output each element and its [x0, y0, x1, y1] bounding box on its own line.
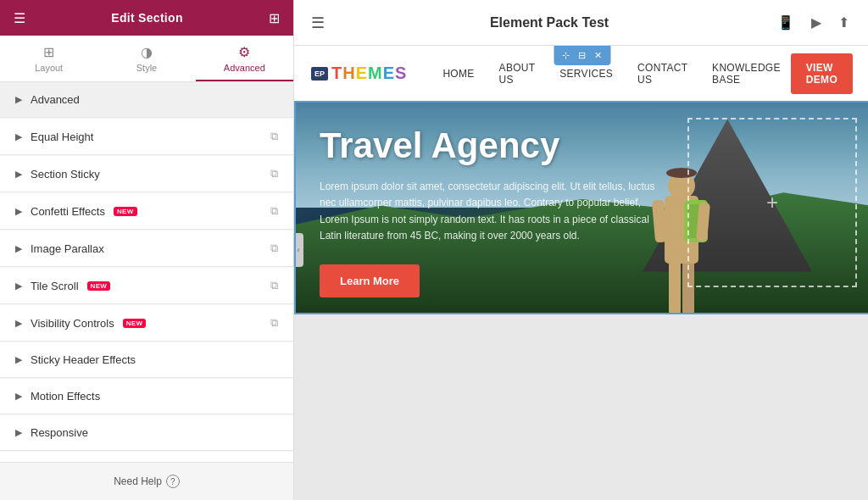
panel-footer: Need Help ?	[0, 462, 293, 500]
chevron-icon: ▶	[15, 131, 22, 142]
section-item-visibility-controls[interactable]: ▶ Visibility Controls NEW ⧉	[0, 305, 293, 342]
preview-area: ⊹ ⊟ ✕ EP THEMES HOME ABOUT US	[294, 46, 868, 500]
publish-icon[interactable]: ⬆	[835, 11, 853, 34]
section-item-confetti-effects[interactable]: ▶ Confetti Effects NEW ⧉	[0, 193, 293, 230]
chevron-icon: ▶	[15, 169, 22, 180]
nav-knowledge[interactable]: KNOWLEDGE BASE	[702, 46, 791, 101]
grid-icon[interactable]: ⊞	[269, 10, 280, 26]
nav-contact[interactable]: CONTACT US	[627, 46, 698, 101]
hero-section: Travel Agency Lorem ipsum dolor sit amet…	[294, 101, 868, 314]
tab-advanced[interactable]: ⚙ Advanced	[196, 36, 293, 81]
layout-icon: ⊞	[43, 44, 54, 60]
chevron-icon: ▶	[15, 206, 22, 217]
hero-title: Travel Agency	[320, 126, 676, 165]
move-icon[interactable]: ⊹	[559, 48, 573, 63]
logo-icon: EP	[311, 67, 328, 81]
new-badge: NEW	[114, 207, 137, 216]
section-toolbar: ⊹ ⊟ ✕	[554, 46, 610, 65]
close-icon[interactable]: ✕	[591, 48, 605, 63]
hero-description: Lorem ipsum dolor sit amet, consectetur …	[320, 179, 659, 244]
right-panel: ☰ Element Pack Test 📱 ▶ ⬆ ⊹ ⊟ ✕ EP	[294, 0, 868, 500]
site-nav-links: HOME ABOUT US SERVICES CONTACT US KNOWLE…	[432, 46, 790, 101]
hamburger-icon[interactable]: ☰	[14, 10, 25, 26]
section-item-attributes[interactable]: ▶ Attributes	[0, 452, 293, 462]
hero-content: Travel Agency Lorem ipsum dolor sit amet…	[294, 101, 701, 314]
selection-box: +	[687, 118, 857, 287]
page-title: Element Pack Test	[490, 15, 609, 31]
site-logo: EP THEMES	[311, 64, 407, 83]
logo-text: THEMES	[331, 64, 407, 83]
new-badge: NEW	[123, 319, 147, 328]
chevron-icon: ▶	[15, 427, 22, 438]
left-panel: ☰ Edit Section ⊞ ⊞ Layout ◑ Style ⚙ Adva…	[0, 0, 294, 500]
copy-icon[interactable]: ⧉	[270, 279, 278, 292]
chevron-icon: ▶	[15, 318, 22, 329]
tab-bar: ⊞ Layout ◑ Style ⚙ Advanced	[0, 36, 293, 82]
chevron-icon: ▶	[15, 391, 22, 402]
help-icon: ?	[166, 475, 180, 488]
chevron-icon: ▶	[15, 281, 22, 292]
section-item-section-sticky[interactable]: ▶ Section Sticky ⧉	[0, 156, 293, 192]
copy-icon[interactable]: ⧉	[270, 242, 278, 255]
collapse-handle[interactable]: ‹	[293, 233, 303, 267]
section-item-advanced[interactable]: ▶ Advanced	[0, 82, 293, 118]
nav-home[interactable]: HOME	[432, 46, 484, 101]
header-icons: 📱 ▶ ⬆	[774, 11, 853, 34]
tab-style[interactable]: ◑ Style	[97, 36, 195, 81]
copy-icon[interactable]: ⧉	[270, 130, 278, 143]
chevron-icon: ▶	[15, 94, 22, 105]
copy-icon[interactable]: ⧉	[270, 204, 278, 218]
section-item-motion-effects[interactable]: ▶ Motion Effects	[0, 379, 293, 414]
section-item-sticky-header-effects[interactable]: ▶ Sticky Header Effects	[0, 342, 293, 378]
panel-title: Edit Section	[111, 11, 183, 25]
responsive-icon[interactable]: 📱	[774, 11, 798, 34]
preview-container: EP THEMES HOME ABOUT US SERVICES CONTACT…	[294, 46, 868, 314]
panel-header: ☰ Edit Section ⊞	[0, 0, 293, 36]
right-header: ☰ Element Pack Test 📱 ▶ ⬆	[294, 0, 868, 46]
preview-icon[interactable]: ▶	[808, 11, 825, 34]
chevron-icon: ▶	[15, 243, 22, 254]
copy-icon[interactable]: ⧉	[270, 167, 278, 181]
grid-handle-icon[interactable]: ⊟	[575, 48, 589, 63]
nav-about[interactable]: ABOUT US	[489, 46, 546, 101]
view-demo-button[interactable]: View Demo	[791, 53, 853, 94]
section-item-tile-scroll[interactable]: ▶ Tile Scroll NEW ⧉	[0, 268, 293, 304]
new-badge: NEW	[87, 281, 111, 291]
menu-icon[interactable]: ☰	[311, 14, 325, 32]
tab-layout[interactable]: ⊞ Layout	[0, 36, 97, 81]
advanced-icon: ⚙	[238, 44, 250, 60]
learn-more-button[interactable]: Learn More	[320, 264, 420, 297]
add-icon[interactable]: +	[766, 191, 778, 214]
website-frame: ⊹ ⊟ ✕ EP THEMES HOME ABOUT US	[294, 46, 868, 500]
style-icon: ◑	[141, 44, 153, 60]
section-item-image-parallax[interactable]: ▶ Image Parallax ⧉	[0, 231, 293, 267]
panel-content: ▶ Advanced ▶ Equal Height ⧉ ▶ Section St…	[0, 82, 293, 462]
need-help-link[interactable]: Need Help ?	[12, 475, 281, 488]
section-item-responsive[interactable]: ▶ Responsive	[0, 415, 293, 451]
section-item-equal-height[interactable]: ▶ Equal Height ⧉	[0, 119, 293, 155]
chevron-icon: ▶	[15, 354, 22, 365]
copy-icon[interactable]: ⧉	[270, 316, 278, 330]
